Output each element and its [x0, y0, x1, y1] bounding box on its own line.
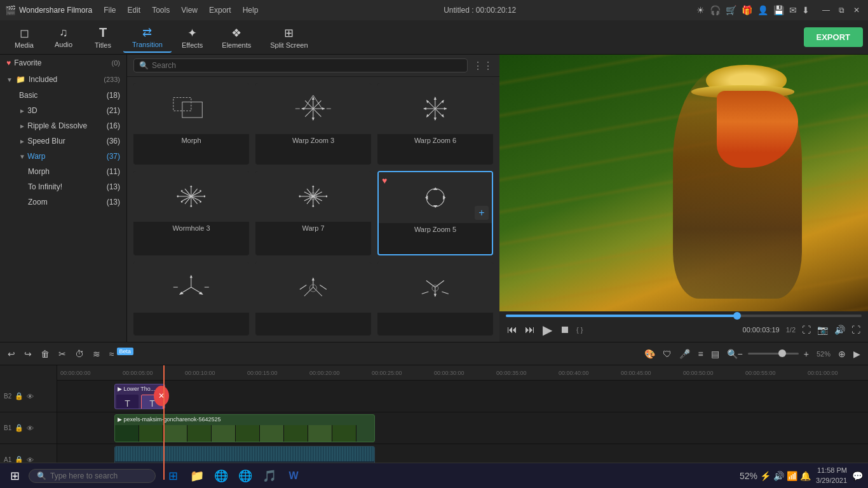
zoom-in-button[interactable]: + — [801, 348, 811, 360]
transition-row3c[interactable] — [377, 262, 493, 336]
lock-icon-b2[interactable]: 🔒 — [15, 392, 24, 400]
category-basic[interactable]: Basic (18) — [0, 88, 126, 103]
toolbar-splitscreen[interactable]: ⊞ Split Screen — [261, 22, 316, 53]
minimize-button[interactable]: — — [820, 4, 832, 17]
notification-icon[interactable]: 🔔 — [800, 471, 811, 481]
expand-button[interactable]: ⛶ — [850, 323, 862, 336]
mic-button[interactable]: 🎤 — [677, 348, 693, 360]
taskbar-app-chrome[interactable]: 🌐 — [234, 465, 256, 487]
screenshot-button[interactable]: 📷 — [816, 323, 829, 336]
progress-thumb[interactable] — [733, 312, 741, 320]
fullscreen-button[interactable]: ⛶ — [801, 323, 812, 336]
stop-button[interactable]: ⏹ — [559, 323, 571, 337]
grid-toggle-icon[interactable]: ⋮⋮ — [473, 60, 493, 72]
shop-icon[interactable]: 🛒 — [726, 5, 736, 15]
menu-help[interactable]: Help — [238, 4, 264, 16]
toolbar-effects[interactable]: ✦ Effects — [173, 22, 212, 53]
more-button[interactable]: ▶ — [851, 348, 863, 360]
toolbar-titles[interactable]: T Titles — [84, 22, 122, 53]
zoom-out-button[interactable]: 🔍− — [724, 348, 745, 360]
eye-icon-b2[interactable]: 👁 — [27, 393, 34, 400]
tick-25: 00:00:25:00 — [372, 370, 434, 376]
taskbar-app-windows[interactable]: ⊞ — [162, 465, 184, 487]
toolbar-transition[interactable]: ⇄ Transition — [123, 22, 172, 53]
timeline-right-tools: 🎨 🛡 🎤 ≡ ▤ 🔍− + 52% ⊕ ▶ — [642, 348, 863, 360]
transition-marker[interactable]: ✕ — [154, 386, 169, 406]
headphone-icon[interactable]: 🎧 — [710, 5, 721, 15]
start-button[interactable]: ⊞ — [5, 466, 25, 485]
category-speedblur[interactable]: ► Speed Blur (36) — [0, 133, 126, 149]
category-toinfinity[interactable]: To Infinity! (13) — [0, 179, 126, 194]
cut-button[interactable]: ✂ — [56, 348, 69, 360]
ai-button[interactable]: 🛡 — [660, 348, 674, 360]
split-button[interactable]: ≋ — [90, 348, 103, 360]
taskbar-clock[interactable]: 11:58 PM 3/29/2021 — [816, 466, 847, 485]
menu-export[interactable]: Export — [204, 4, 236, 16]
category-included[interactable]: ▼ 📁 Included (233) — [0, 71, 126, 88]
redo-button[interactable]: ↪ — [22, 348, 34, 360]
transition-warp7[interactable]: Warp 7 — [255, 171, 371, 255]
row3a-svg — [145, 269, 238, 305]
toolbar-media[interactable]: ◻ Media — [5, 22, 43, 53]
transition-row3b[interactable] — [255, 262, 371, 336]
network-icon[interactable]: 📶 — [787, 471, 797, 481]
menu-edit[interactable]: Edit — [123, 4, 146, 16]
menu-tools[interactable]: Tools — [147, 4, 175, 16]
taskbar-app-music[interactable]: 🎵 — [259, 465, 280, 487]
export-button[interactable]: EXPORT — [804, 27, 863, 47]
video-clip[interactable]: ▶ pexels-maksim-goncharenok-5642525 — [114, 414, 375, 442]
mail-icon[interactable]: ✉ — [789, 5, 797, 15]
save-icon[interactable]: 💾 — [773, 5, 784, 15]
category-morph[interactable]: Morph (11) — [0, 164, 126, 179]
zoom-thumb[interactable] — [778, 349, 786, 357]
search-box[interactable]: 🔍 — [133, 58, 468, 72]
transition-morph[interactable]: Morph — [133, 83, 249, 165]
brightness-icon[interactable]: ☀ — [696, 5, 705, 15]
progress-bar[interactable] — [506, 315, 862, 317]
toolbar-elements[interactable]: ❖ Elements — [213, 22, 260, 53]
category-3d[interactable]: ► 3D (21) — [0, 103, 126, 118]
delete-button[interactable]: 🗑 — [38, 348, 52, 360]
lock-icon-b1[interactable]: 🔒 — [15, 424, 24, 432]
transition-warpzoom3[interactable]: Warp Zoom 3 — [255, 83, 371, 165]
taskbar-app-word[interactable]: W — [283, 465, 304, 487]
category-warp[interactable]: ▼ Warp (37) — [0, 149, 126, 164]
taskbar-search-input[interactable] — [50, 471, 146, 480]
transition-wormhole3[interactable]: Wormhole 3 — [133, 171, 249, 255]
toolbar-audio[interactable]: ♫ Audio — [44, 22, 83, 53]
taskbar-app-folder[interactable]: 📁 — [186, 465, 208, 487]
category-favorite[interactable]: ♥ Favorite (0) — [0, 55, 126, 71]
film-frame-4 — [187, 425, 212, 442]
fit-button[interactable]: ⊕ — [836, 348, 848, 360]
eye-icon-b1[interactable]: 👁 — [27, 424, 34, 432]
notification-panel-icon[interactable]: 💬 — [852, 471, 863, 481]
taskbar-search[interactable]: 🔍 — [29, 469, 156, 483]
subtitle-button[interactable]: ▤ — [709, 348, 722, 360]
frame-back-button[interactable]: ⏭ — [524, 323, 536, 337]
category-zoom[interactable]: Zoom (13) — [0, 194, 126, 210]
add-transition-icon[interactable]: + — [475, 206, 489, 220]
step-back-button[interactable]: ⏮ — [506, 323, 519, 337]
color-button[interactable]: 🎨 — [642, 348, 658, 360]
category-ripple[interactable]: ► Ripple & Dissolve (16) — [0, 118, 126, 133]
volume-button[interactable]: 🔊 — [833, 323, 846, 336]
maximize-button[interactable]: ⧉ — [835, 4, 848, 17]
volume-icon[interactable]: 🔊 — [773, 471, 784, 481]
transition-warpzoom5[interactable]: ♥ + Warp Zoom 5 — [377, 171, 493, 255]
gift-icon[interactable]: 🎁 — [742, 5, 752, 15]
taskbar-app-edge[interactable]: 🌐 — [210, 465, 232, 487]
caption-button[interactable]: ≡ — [695, 348, 705, 360]
transition-row3a[interactable] — [133, 262, 249, 336]
play-button[interactable]: ▶ — [541, 321, 553, 339]
download-icon[interactable]: ⬇ — [802, 5, 810, 15]
audio-button[interactable]: ≈ Beta — [107, 347, 136, 360]
transition-warpzoom6[interactable]: Warp Zoom 6 — [377, 83, 493, 165]
duration-button[interactable]: ⏱ — [72, 348, 86, 360]
close-button[interactable]: ✕ — [850, 4, 863, 17]
account-icon[interactable]: 👤 — [757, 5, 768, 15]
zoom-slider[interactable] — [748, 353, 799, 355]
menu-file[interactable]: File — [98, 4, 121, 16]
undo-button[interactable]: ↩ — [5, 348, 18, 360]
search-input[interactable] — [152, 61, 462, 70]
menu-view[interactable]: View — [176, 4, 203, 16]
